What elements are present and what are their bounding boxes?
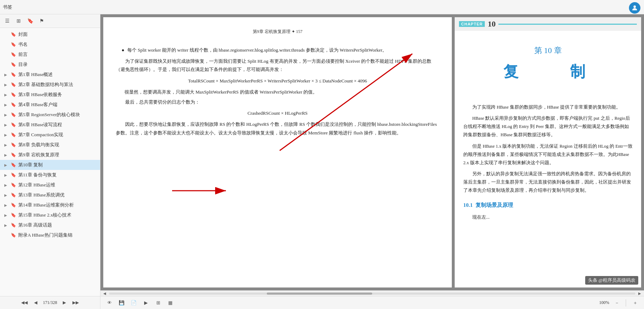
pages-btn[interactable]: 📄	[129, 298, 138, 308]
left-content-line-2: TotalRSCount × MaxSplitWorkerPerRS × Wri…	[116, 77, 439, 85]
sidebar-item-17[interactable]: ▶ 🔖 第14章 HBase运维案例分析	[0, 200, 100, 210]
prev-btn[interactable]: ◀	[32, 299, 40, 307]
scroll-right-btn[interactable]: ▶	[637, 291, 643, 295]
bookmark-icon-5: 🔖	[11, 82, 16, 87]
bottom-toolbar: 👁 💾 📄 ▶ ⊞ ▦ 100% － ＋	[100, 296, 644, 309]
sidebar-item-12[interactable]: ▶ 🔖 第9章 宕机恢复原理	[0, 150, 100, 160]
bookmark-icon-9: 🔖	[11, 122, 16, 128]
toolbar-separator	[626, 299, 626, 306]
sidebar-item-3[interactable]: 🔖 目录	[0, 60, 100, 70]
expand-icon-18: ▶	[4, 213, 9, 217]
sidebar-label-15: 第12章 HBase运维	[18, 182, 97, 188]
bookmark-icon-2: 🔖	[11, 52, 16, 57]
eye-btn[interactable]: 👁	[105, 298, 114, 308]
expand-icon-6: ▶	[4, 93, 9, 97]
bookmark-add-btn[interactable]: ⊞	[14, 17, 23, 25]
bookmark-icon-4: 🔖	[11, 72, 16, 77]
expand-icon-8: ▶	[4, 113, 9, 117]
sidebar-item-14[interactable]: ▶ 🔖 第11章 备份与恢复	[0, 170, 100, 180]
expand-icon-7: ▶	[4, 103, 9, 107]
expand-icon-4: ▶	[4, 73, 9, 77]
chapter-header-bar: CHAPTER 10	[455, 17, 641, 31]
sidebar-items: 🔖 封面 🔖 书名 🔖 前言 🔖 目录 ▶ 🔖 第1章 HBase概述 ▶ 🔖 …	[0, 28, 100, 296]
grid2-btn[interactable]: ▦	[166, 298, 175, 308]
bookmark-list-btn[interactable]: ☰	[3, 17, 11, 25]
expand-icon-14: ▶	[4, 173, 9, 177]
sidebar-item-2[interactable]: 🔖 前言	[0, 49, 100, 60]
zoom-in-btn[interactable]: ＋	[630, 298, 640, 308]
app-title: 书签	[3, 4, 12, 10]
sidebar-label-8: 第5章 RegionServer的核心模块	[18, 111, 97, 118]
bookmark-icon-11: 🔖	[11, 142, 16, 148]
sidebar-item-13[interactable]: ▶ 🔖 第10章 复制	[0, 160, 100, 170]
sidebar-label-16: 第13章 HBase系统调优	[18, 192, 97, 198]
next-btn[interactable]: ▶	[60, 299, 68, 307]
chapter-number: 10	[488, 19, 496, 29]
sidebar-label-12: 第9章 宕机恢复原理	[18, 152, 97, 158]
chapter-title-area: 第 10 章 复 制	[455, 31, 641, 103]
expand-icon-16: ▶	[4, 193, 9, 197]
bookmark-icon-7: 🔖	[11, 102, 16, 108]
sidebar-item-10[interactable]: ▶ 🔖 第7章 Compaction实现	[0, 130, 100, 140]
page-info: 171/328	[43, 300, 57, 305]
sidebar-item-8[interactable]: ▶ 🔖 第5章 RegionServer的核心模块	[0, 110, 100, 120]
sidebar-item-9[interactable]: ▶ 🔖 第6章 HBase读写流程	[0, 120, 100, 130]
sidebar-bottom: ◀◀ ◀ 171/328 ▶ ▶▶	[0, 296, 100, 309]
horizontal-scrollbar[interactable]: ◀ ▶	[100, 290, 644, 296]
expand-icon-5: ▶	[4, 83, 9, 87]
sidebar-item-0[interactable]: 🔖 封面	[0, 29, 100, 39]
grid-btn[interactable]: ⊞	[153, 298, 163, 308]
expand-icon-13: ▶	[4, 163, 9, 167]
expand-icon-17: ▶	[4, 203, 9, 207]
page-total: 328	[51, 300, 57, 305]
bullet-dot-0: ●	[122, 46, 124, 54]
sidebar-item-15[interactable]: ▶ 🔖 第12章 HBase运维	[0, 180, 100, 190]
sidebar-label-20: 附录A HBase热门问题集锦	[18, 232, 97, 238]
play-btn[interactable]: ▶	[141, 298, 151, 308]
bookmark-icon-20: 🔖	[11, 233, 16, 238]
sidebar-item-18[interactable]: ▶ 🔖 第15章 HBase 2.x核心技术	[0, 210, 100, 220]
left-content-line-3: 很显然，想要调高并发，只能调大 MaxSplitWorkerPerRS 的值或者…	[124, 88, 439, 96]
save-btn[interactable]: 💾	[117, 298, 126, 308]
sidebar-item-11[interactable]: ▶ 🔖 第8章 负载均衡实现	[0, 140, 100, 150]
bookmark-flag-btn[interactable]: ⚑	[37, 17, 46, 25]
sidebar-item-4[interactable]: ▶ 🔖 第1章 HBase概述	[0, 70, 100, 80]
bullet-text-0: 每个 Split worker 能开的 writer 线程个数，由 hbase.…	[127, 46, 387, 54]
sidebar-item-7[interactable]: ▶ 🔖 第4章 HBase客户端	[0, 100, 100, 110]
sidebar-item-1[interactable]: 🔖 书名	[0, 39, 100, 49]
bookmark-page-btn[interactable]: 🔖	[26, 17, 34, 25]
sidebar-label-10: 第7章 Compaction实现	[18, 132, 97, 138]
left-content-line-4: 最后，总共需要切分的日志个数为：	[116, 98, 439, 106]
bookmark-icon-14: 🔖	[11, 172, 16, 178]
right-content-line-0: 为了实现跨 HBase 集群的数据同步，HBase 提供了非常重要的复制功能。	[463, 103, 633, 111]
sidebar-label-5: 第2章 基础数据结构与算法	[18, 81, 97, 88]
zoom-out-btn[interactable]: －	[612, 298, 621, 308]
left-page-header: 第9章 宕机恢复原理 ✦ 157	[116, 28, 439, 39]
prev-page-btn[interactable]: ◀◀	[20, 299, 29, 307]
sidebar-item-20[interactable]: 🔖 附录A HBase热门问题集锦	[0, 230, 100, 240]
right-content-line-5: 现在左...	[463, 213, 633, 222]
bookmark-icon-12: 🔖	[11, 152, 16, 158]
sidebar-item-6[interactable]: ▶ 🔖 第3章 HBase依赖服务	[0, 90, 100, 100]
expand-icon-9: ▶	[4, 123, 9, 127]
scroll-left-btn[interactable]: ◀	[102, 291, 108, 295]
bookmark-icon-16: 🔖	[11, 192, 16, 198]
scroll-thumb[interactable]	[267, 293, 372, 295]
sidebar-label-9: 第6章 HBase读写流程	[18, 122, 97, 128]
right-content-line-2: 但是 HBase 1.x 版本的复制功能，无法保证 Region 迁移前后的 H…	[463, 142, 633, 167]
right-content-line-4: 10.1 复制场景及原理	[463, 200, 633, 210]
sidebar-item-16[interactable]: ▶ 🔖 第13章 HBase系统调优	[0, 190, 100, 200]
chapter-title-big: 复 制	[462, 62, 634, 82]
left-page: 第9章 宕机恢复原理 ✦ 157 ●每个 Split worker 能开的 wr…	[103, 17, 452, 287]
sidebar-label-3: 目录	[18, 61, 97, 68]
right-content-line-3: 另外，默认的异步复制无法满足强一致性的跨机房热备需求。因为备份机房的落后主集群，…	[463, 170, 633, 195]
user-avatar	[629, 2, 640, 14]
right-content-line-1: HBase 默认采用异步复制的方式同步数据，即客户端执行完 put 之后，Reg…	[463, 114, 633, 139]
content-area: 第9章 宕机恢复原理 ✦ 157 ●每个 Split worker 能开的 wr…	[100, 14, 644, 290]
next-page-btn[interactable]: ▶▶	[71, 299, 80, 307]
sidebar-toolbar: ☰ ⊞ 🔖 ⚑	[0, 14, 100, 28]
sidebar-item-5[interactable]: ▶ 🔖 第2章 基础数据结构与算法	[0, 80, 100, 90]
bookmark-icon-13: 🔖	[11, 162, 16, 168]
sidebar-item-19[interactable]: ▶ 🔖 第16章 高级话题	[0, 220, 100, 230]
chapter-bar-line	[498, 24, 637, 25]
